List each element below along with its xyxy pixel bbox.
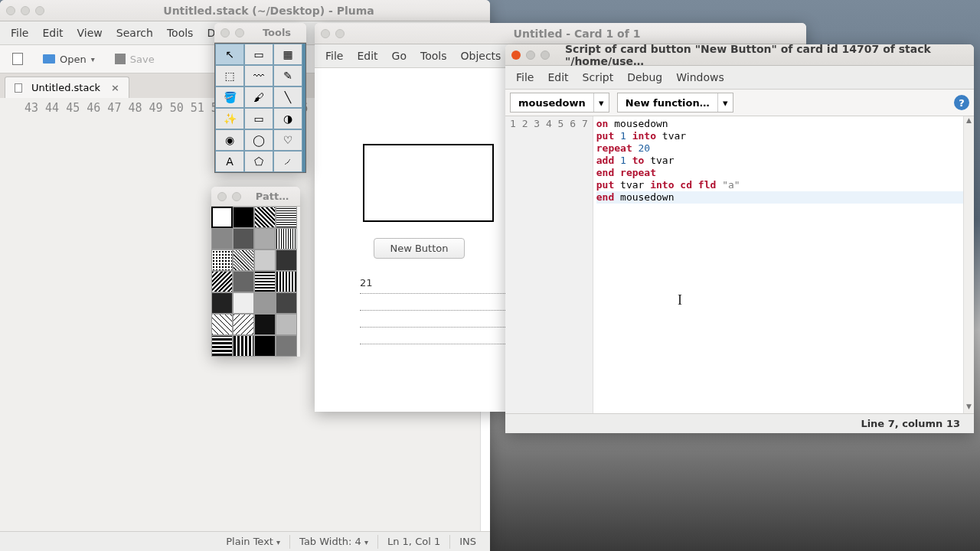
pattern-swatch[interactable] — [233, 271, 254, 292]
patterns-titlebar[interactable]: Patt… — [211, 187, 300, 207]
pencil-tool[interactable]: ✎ — [273, 65, 302, 86]
pattern-swatch[interactable] — [233, 207, 254, 228]
close-icon[interactable] — [217, 192, 227, 201]
script-titlebar[interactable]: Script of card button "New Button" of ca… — [505, 44, 974, 66]
pattern-swatch[interactable] — [211, 271, 233, 292]
maximize-icon[interactable] — [35, 6, 44, 15]
pattern-swatch[interactable] — [233, 249, 254, 271]
handler-select[interactable]: mousedown ▾ — [510, 93, 609, 112]
menu-file[interactable]: File — [5, 24, 34, 42]
tools-palette[interactable]: Tools ↖▭▦⬚〰✎🪣🖌╲✨▭◑◉◯♡A⬠⟋ — [214, 23, 306, 173]
pattern-swatch[interactable] — [276, 271, 297, 292]
paintbrush-tool[interactable]: 🖌 — [244, 86, 273, 108]
close-icon[interactable] — [511, 51, 521, 60]
menu-debug[interactable]: Debug — [621, 68, 668, 86]
save-button[interactable]: Save — [107, 49, 162, 70]
pointer-tool[interactable]: ↖ — [215, 44, 244, 65]
rectangle-tool[interactable]: ▭ — [244, 108, 273, 129]
pattern-swatch[interactable] — [233, 335, 254, 357]
polygon-tool[interactable]: ⬠ — [244, 151, 273, 172]
pattern-swatch[interactable] — [254, 249, 276, 271]
vertical-scrollbar[interactable]: ▲ ▼ — [963, 116, 974, 413]
marquee-select-tool[interactable]: ⬚ — [215, 65, 244, 86]
menu-tools[interactable]: Tools — [161, 24, 200, 42]
pluma-titlebar[interactable]: Untitled.stack (~/Desktop) - Pluma — [0, 0, 490, 21]
pattern-swatch[interactable] — [276, 292, 297, 314]
pattern-swatch[interactable] — [276, 335, 297, 357]
pattern-swatch[interactable] — [211, 207, 233, 228]
field-line-1[interactable]: 21 — [360, 277, 505, 294]
script-code-area[interactable]: on mousedownput 1 into tvarrepeat 20add … — [593, 116, 974, 413]
menu-edit[interactable]: Edit — [36, 24, 69, 42]
scroll-down-icon[interactable]: ▼ — [964, 403, 974, 413]
tools-titlebar[interactable]: Tools — [214, 23, 306, 43]
new-button[interactable]: New Button — [374, 238, 465, 259]
minimize-icon[interactable] — [235, 28, 244, 37]
pattern-swatch[interactable] — [254, 207, 276, 228]
field-line-2[interactable] — [360, 294, 505, 311]
tab-untitled-stack[interactable]: Untitled.stack × — [5, 77, 129, 98]
fill-tool[interactable]: ◉ — [215, 129, 244, 151]
close-icon[interactable] — [6, 6, 15, 15]
minimize-icon[interactable] — [21, 6, 30, 15]
pattern-swatch[interactable] — [254, 292, 276, 314]
oval-tool[interactable]: ◯ — [244, 129, 273, 151]
bucket-tool[interactable]: 🪣 — [215, 86, 244, 108]
card-titlebar[interactable]: Untitled - Card 1 of 1 — [315, 23, 806, 44]
status-insert-mode[interactable]: INS — [450, 533, 485, 549]
menu-file[interactable]: File — [510, 68, 540, 86]
field-line-3[interactable] — [360, 311, 505, 328]
scroll-up-icon[interactable]: ▲ — [964, 116, 974, 127]
pattern-swatch[interactable] — [233, 228, 254, 249]
close-icon[interactable] — [220, 28, 230, 37]
status-language[interactable]: Plain Text ▾ — [217, 533, 289, 549]
lasso-tool[interactable]: 〰 — [244, 65, 273, 86]
minimize-icon[interactable] — [232, 192, 241, 201]
pattern-swatch[interactable] — [276, 249, 297, 271]
field-line-4[interactable] — [360, 328, 505, 344]
new-file-button[interactable] — [5, 48, 31, 70]
patterns-palette[interactable]: Patt… — [211, 187, 300, 357]
pattern-swatch[interactable] — [211, 314, 233, 335]
menu-go[interactable]: Go — [386, 47, 413, 65]
pattern-swatch[interactable] — [233, 314, 254, 335]
menu-file[interactable]: File — [319, 47, 349, 65]
pattern-swatch[interactable] — [211, 228, 233, 249]
open-button[interactable]: Open ▾ — [35, 49, 103, 70]
minimize-icon[interactable] — [335, 29, 345, 38]
button-tool-tool[interactable]: ▭ — [244, 44, 273, 65]
pattern-swatch[interactable] — [233, 292, 254, 314]
pattern-swatch[interactable] — [254, 271, 276, 292]
help-button[interactable]: ? — [954, 95, 969, 110]
pattern-swatch[interactable] — [211, 249, 233, 271]
menu-tools[interactable]: Tools — [414, 47, 453, 65]
menu-objects[interactable]: Objects — [454, 47, 507, 65]
pattern-swatch[interactable] — [276, 228, 297, 249]
script-editor[interactable]: 1 2 3 4 5 6 7 on mousedownput 1 into tva… — [505, 116, 974, 413]
pattern-swatch[interactable] — [254, 314, 276, 335]
field-tool-tool[interactable]: ▦ — [273, 44, 302, 65]
card-field[interactable]: 21 — [360, 277, 505, 344]
freeform-tool[interactable]: ⟋ — [273, 151, 302, 172]
maximize-icon[interactable] — [541, 51, 550, 60]
menu-windows[interactable]: Windows — [670, 68, 730, 86]
card-rectangle[interactable] — [363, 144, 494, 222]
pattern-swatch[interactable] — [276, 207, 297, 228]
newfunction-select[interactable]: New function… ▾ — [617, 93, 733, 112]
menu-script[interactable]: Script — [577, 68, 620, 86]
round-rect-tool[interactable]: ◑ — [273, 108, 302, 129]
line-tool[interactable]: ╲ — [273, 86, 302, 108]
pattern-swatch[interactable] — [254, 228, 276, 249]
menu-edit[interactable]: Edit — [541, 68, 574, 86]
text-tool-tool[interactable]: A — [215, 151, 244, 172]
pattern-swatch[interactable] — [211, 335, 233, 357]
menu-search[interactable]: Search — [110, 24, 159, 42]
minimize-icon[interactable] — [526, 51, 535, 60]
pattern-swatch[interactable] — [276, 314, 297, 335]
pattern-swatch[interactable] — [211, 292, 233, 314]
close-tab-icon[interactable]: × — [111, 82, 119, 93]
pattern-swatch[interactable] — [254, 335, 276, 357]
status-tabwidth[interactable]: Tab Width: 4 ▾ — [290, 533, 377, 549]
spray-tool[interactable]: ✨ — [215, 108, 244, 129]
close-icon[interactable] — [321, 29, 330, 38]
